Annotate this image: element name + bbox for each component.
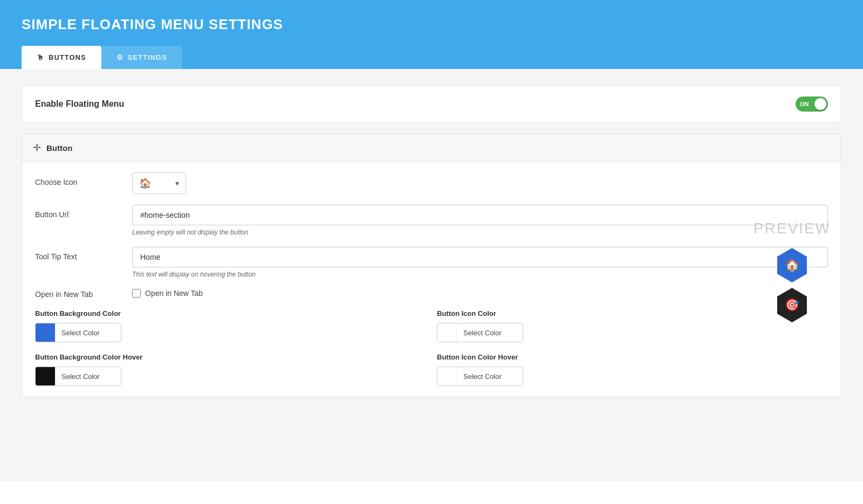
preview-target-button[interactable]: 🎯: [775, 288, 809, 322]
tooltip-text-hint: This text will display on hovering the b…: [132, 271, 828, 278]
bg-color-group: Button Background Color Select Color: [35, 309, 426, 342]
page-title: SIMPLE FLOATING MENU SETTINGS: [22, 16, 841, 33]
settings-tab-label: SETTINGS: [128, 53, 167, 61]
bg-hover-color-select-label: Select Color: [55, 372, 106, 381]
tooltip-text-control: This text will display on hovering the b…: [132, 247, 828, 278]
enable-floating-menu-card: Enable Floating Menu ON: [22, 85, 841, 123]
bg-color-label: Button Background Color: [35, 309, 426, 317]
preview-home-icon: 🏠: [785, 258, 799, 272]
button-section-card: ✛ Button Choose Icon 🏠 ▾ Button U: [22, 134, 841, 397]
bg-color-picker[interactable]: Select Color: [35, 323, 121, 342]
bg-color-select-label: Select Color: [55, 329, 106, 337]
button-url-control: Leaving empty will not display the butto…: [132, 205, 828, 236]
chevron-down-icon: ▾: [175, 179, 179, 188]
icon-color-swatch: [437, 323, 457, 342]
bg-hover-color-label: Button Background Color Hover: [35, 353, 426, 361]
preview-area: PREVIEW 🏠 🎯: [754, 220, 831, 322]
icon-hover-color-group: Button Icon Color Hover Select Color: [437, 353, 828, 386]
buttons-tab-label: BUTTONS: [49, 53, 86, 61]
bg-hover-color-swatch: [36, 367, 55, 385]
button-url-label: Button Url: [35, 205, 121, 219]
toggle-track: ON: [796, 96, 828, 112]
enable-label: Enable Floating Menu: [35, 99, 124, 109]
toggle-on-text: ON: [800, 101, 809, 107]
toggle-thumb: [814, 98, 826, 110]
choose-icon-row: Choose Icon 🏠 ▾: [35, 172, 828, 194]
settings-tab-icon: ⚙: [117, 53, 124, 61]
new-tab-label: Open in New Tab: [35, 289, 121, 299]
choose-icon-control: 🏠 ▾: [132, 172, 828, 194]
new-tab-checkbox[interactable]: [132, 289, 141, 298]
icon-select[interactable]: 🏠 ▾: [132, 172, 186, 194]
button-url-input[interactable]: [132, 205, 828, 225]
tooltip-text-label: Tool Tip Text: [35, 247, 121, 261]
preview-home-button[interactable]: 🏠: [775, 248, 809, 282]
tooltip-text-row: Tool Tip Text This text will display on …: [35, 247, 828, 278]
bg-hover-color-picker[interactable]: Select Color: [35, 367, 121, 386]
new-tab-checkbox-label: Open in New Tab: [145, 289, 203, 298]
icon-hover-color-select-label: Select Color: [457, 372, 508, 381]
section-header: ✛ Button: [22, 134, 841, 162]
icon-hover-color-swatch: [437, 367, 457, 385]
button-url-row: Button Url Leaving empty will not displa…: [35, 205, 828, 236]
icon-hover-color-label: Button Icon Color Hover: [437, 353, 828, 361]
tab-settings[interactable]: ⚙ SETTINGS: [101, 46, 182, 69]
header: SIMPLE FLOATING MENU SETTINGS 🖱 BUTTONS …: [0, 0, 863, 69]
icon-color-select-label: Select Color: [457, 329, 508, 337]
icon-color-picker[interactable]: Select Color: [437, 323, 523, 342]
drag-handle-icon: ✛: [33, 142, 41, 154]
new-tab-control: Open in New Tab: [132, 289, 203, 298]
selected-icon: 🏠: [139, 177, 151, 189]
icon-hover-color-picker[interactable]: Select Color: [437, 367, 523, 386]
section-body: Choose Icon 🏠 ▾ Button Url Leaving empty…: [22, 162, 841, 397]
preview-label: PREVIEW: [754, 220, 831, 237]
buttons-tab-icon: 🖱: [37, 53, 44, 61]
content-area: Enable Floating Menu ON ✛ Button: [0, 69, 863, 481]
tab-buttons[interactable]: 🖱 BUTTONS: [22, 46, 101, 69]
tooltip-text-input[interactable]: [132, 247, 828, 267]
enable-toggle[interactable]: ON: [796, 96, 828, 112]
bg-color-swatch: [36, 323, 55, 342]
new-tab-row: Open in New Tab Open in New Tab: [35, 289, 828, 299]
choose-icon-label: Choose Icon: [35, 172, 121, 187]
bg-hover-color-group: Button Background Color Hover Select Col…: [35, 353, 426, 386]
tab-bar: 🖱 BUTTONS ⚙ SETTINGS: [22, 46, 841, 69]
section-title: Button: [46, 143, 72, 153]
button-url-hint: Leaving empty will not display the butto…: [132, 229, 828, 236]
enable-row: Enable Floating Menu ON: [35, 96, 828, 112]
preview-target-icon: 🎯: [785, 298, 799, 312]
color-section: Button Background Color Select Color But…: [35, 309, 828, 386]
toggle-wrapper[interactable]: ON: [796, 96, 828, 112]
